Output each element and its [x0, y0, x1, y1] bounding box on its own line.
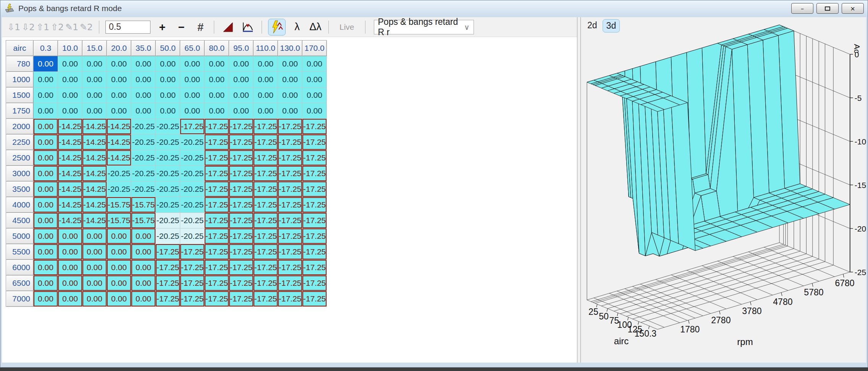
table-cell[interactable]: -15.75 [107, 213, 131, 228]
table-cell[interactable]: -20.25 [107, 181, 131, 197]
table-cell[interactable]: -17.25 [278, 134, 302, 150]
table-cell[interactable]: 0.00 [58, 56, 82, 72]
table-cell[interactable]: 0.00 [156, 87, 180, 103]
table-cell[interactable]: -17.25 [254, 260, 278, 275]
table-cell[interactable]: -17.25 [205, 119, 229, 134]
table-cell[interactable]: -17.25 [205, 150, 229, 166]
table-cell[interactable]: 0.00 [34, 275, 58, 291]
table-cell[interactable]: -17.25 [302, 181, 327, 197]
edit-2-icon[interactable]: ✎2 [80, 22, 93, 32]
table-cell[interactable]: -17.25 [254, 197, 278, 213]
table-cell[interactable]: 0.00 [34, 181, 58, 197]
row-header[interactable]: 3000 [6, 166, 34, 181]
table-cell[interactable]: -17.25 [156, 244, 180, 260]
col-header[interactable]: 130.0 [278, 41, 302, 56]
table-cell[interactable]: -17.25 [302, 244, 327, 260]
table-cell[interactable]: 0.00 [107, 244, 131, 260]
table-cell[interactable]: -14.25 [58, 197, 82, 213]
table-cell[interactable]: 0.00 [302, 72, 327, 87]
grid-button[interactable]: # [193, 21, 208, 34]
table-cell[interactable]: 0.00 [58, 72, 82, 87]
table-cell[interactable]: 0.00 [254, 103, 278, 119]
table-cell[interactable]: 0.00 [34, 260, 58, 275]
table-cell[interactable]: -17.25 [302, 213, 327, 228]
row-header[interactable]: 1000 [6, 72, 34, 87]
delta-lambda-button[interactable]: Δλ [309, 21, 322, 33]
table-cell[interactable]: 0.00 [34, 134, 58, 150]
table-cell[interactable]: 0.00 [278, 103, 302, 119]
table-cell[interactable]: -20.25 [107, 166, 131, 181]
table-cell[interactable]: -17.25 [278, 150, 302, 166]
table-cell[interactable]: -17.25 [180, 291, 205, 307]
table-cell[interactable]: -14.25 [82, 181, 107, 197]
table-cell[interactable]: 0.00 [107, 87, 131, 103]
table-cell[interactable]: -17.25 [278, 197, 302, 213]
table-cell[interactable]: 0.00 [34, 56, 58, 72]
table-cell[interactable]: 0.00 [82, 228, 107, 244]
table-cell[interactable]: -17.25 [229, 275, 254, 291]
curve-view-button[interactable] [240, 19, 255, 35]
table-cell[interactable]: -17.25 [302, 166, 327, 181]
table-cell[interactable]: -17.25 [254, 119, 278, 134]
table-cell[interactable]: -17.25 [278, 181, 302, 197]
table-cell[interactable]: -17.25 [254, 166, 278, 181]
table-cell[interactable]: -20.25 [131, 181, 156, 197]
table-cell[interactable]: 0.00 [34, 197, 58, 213]
shift-up-1-icon[interactable]: ⇧1 [36, 22, 49, 32]
table-cell[interactable]: 0.00 [156, 56, 180, 72]
table-cell[interactable]: -17.25 [278, 244, 302, 260]
table-cell[interactable]: 0.00 [34, 103, 58, 119]
row-header[interactable]: 2000 [6, 119, 34, 134]
table-cell[interactable]: -14.25 [107, 150, 131, 166]
lambda-correction-toggle[interactable] [268, 19, 286, 36]
table-cell[interactable]: -14.25 [82, 119, 107, 134]
table-cell[interactable]: 0.00 [229, 103, 254, 119]
table-cell[interactable]: 0.00 [229, 87, 254, 103]
table-cell[interactable]: -17.25 [229, 134, 254, 150]
table-cell[interactable]: 0.00 [82, 87, 107, 103]
close-button[interactable]: × [842, 3, 864, 14]
table-cell[interactable]: 0.00 [34, 119, 58, 134]
panel-splitter[interactable] [577, 17, 581, 363]
table-cell[interactable]: -17.25 [205, 244, 229, 260]
table-cell[interactable]: -14.25 [82, 213, 107, 228]
col-header[interactable]: 80.0 [205, 41, 229, 56]
table-cell[interactable]: 0.00 [34, 244, 58, 260]
table-cell[interactable]: -17.25 [302, 150, 327, 166]
table-cell[interactable]: -20.25 [131, 150, 156, 166]
table-cell[interactable]: -20.25 [156, 197, 180, 213]
table-cell[interactable]: 0.00 [131, 56, 156, 72]
shift-down-2-icon[interactable]: ⇩2 [22, 22, 35, 32]
table-cell[interactable]: -17.25 [205, 291, 229, 307]
table-cell[interactable]: 0.00 [58, 228, 82, 244]
table-cell[interactable]: 0.00 [131, 291, 156, 307]
table-cell[interactable]: -17.25 [254, 213, 278, 228]
table-cell[interactable]: -14.25 [58, 150, 82, 166]
table-cell[interactable]: -17.25 [180, 244, 205, 260]
lambda-button[interactable]: λ [290, 21, 304, 33]
table-cell[interactable]: -17.25 [205, 260, 229, 275]
map-select-dropdown[interactable]: Pops & bangs retard R r ∨ [374, 20, 474, 34]
table-cell[interactable]: -14.25 [82, 150, 107, 166]
table-cell[interactable]: -20.25 [156, 181, 180, 197]
table-cell[interactable]: 0.00 [180, 72, 205, 87]
tab-3d[interactable]: 3d [603, 19, 620, 32]
title-bar[interactable]: Pops & bangs retard R mode – × [0, 0, 868, 16]
table-cell[interactable]: 0.00 [131, 244, 156, 260]
col-header[interactable]: 15.0 [82, 41, 107, 56]
table-cell[interactable]: 0.00 [34, 228, 58, 244]
shift-down-1-icon[interactable]: ⇩1 [7, 22, 20, 32]
table-cell[interactable]: -14.25 [107, 119, 131, 134]
table-cell[interactable]: -17.25 [205, 134, 229, 150]
table-cell[interactable]: -20.25 [156, 134, 180, 150]
table-cell[interactable]: 0.00 [34, 291, 58, 307]
table-cell[interactable]: -17.25 [302, 197, 327, 213]
step-value-input[interactable] [105, 21, 150, 34]
row-header[interactable]: 7000 [6, 291, 34, 307]
table-cell[interactable]: 0.00 [58, 103, 82, 119]
shift-up-2-icon[interactable]: ⇧2 [51, 22, 64, 32]
table-cell[interactable]: -17.25 [180, 260, 205, 275]
col-header[interactable]: 10.0 [58, 41, 82, 56]
table-cell[interactable]: 0.00 [180, 103, 205, 119]
table-cell[interactable]: 0.00 [131, 275, 156, 291]
